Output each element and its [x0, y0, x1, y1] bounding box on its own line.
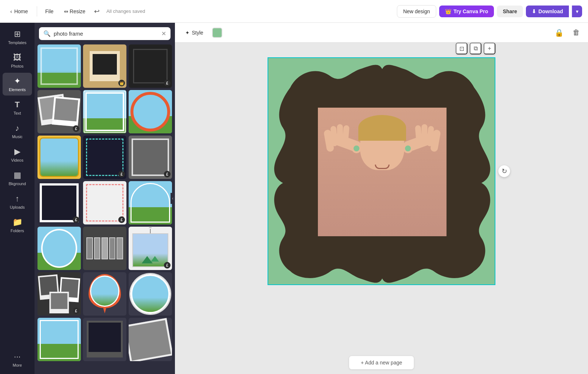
folders-label: Folders: [11, 229, 24, 233]
canvas-scroll[interactable]: ⊡ ⧉ +: [175, 43, 588, 355]
sidebar-item-videos[interactable]: ▶ Videos: [3, 143, 32, 166]
resize-icon: ⇔: [64, 8, 68, 14]
frame-thumbnail: [129, 90, 172, 133]
status-badge: [118, 80, 125, 86]
sidebar-item-background[interactable]: ▦ Bkground: [3, 167, 32, 190]
sidebar-item-text[interactable]: T Text: [3, 96, 32, 119]
more-icon: ···: [14, 352, 21, 362]
list-item[interactable]: [83, 318, 126, 361]
delete-button[interactable]: 🗑: [570, 26, 582, 39]
home-label: Home: [14, 8, 28, 14]
folders-icon: 📁: [12, 217, 22, 227]
add-button[interactable]: +: [484, 43, 495, 54]
download-button[interactable]: ⬇ Download: [526, 6, 569, 17]
list-item[interactable]: ⌒: [129, 227, 172, 270]
list-item[interactable]: [83, 136, 126, 179]
list-item[interactable]: [83, 272, 126, 316]
list-item[interactable]: [129, 181, 172, 224]
duplicate-button[interactable]: ⧉: [470, 43, 481, 54]
list-item[interactable]: [129, 318, 172, 361]
status-badge: [118, 171, 125, 177]
main-body: ⊞ Templates 🖼 Photos ✦ Elements T Text ♪…: [0, 23, 588, 374]
hide-panel-button[interactable]: ‹: [171, 193, 175, 204]
search-bar-container: 🔍 ✕: [35, 23, 175, 43]
frame-thumbnail: [83, 318, 126, 361]
style-icon: ✦: [185, 30, 190, 36]
resize-label: Resize: [70, 8, 86, 14]
lock-button[interactable]: 🔒: [552, 26, 566, 39]
status-badge: [164, 262, 171, 269]
sidebar-item-templates[interactable]: ⊞ Templates: [3, 26, 32, 48]
list-item[interactable]: [83, 90, 126, 133]
share-button[interactable]: Share: [497, 6, 523, 17]
save-status: All changes saved: [106, 8, 145, 14]
frame-thumbnail: [37, 227, 81, 270]
text-label: Text: [14, 111, 21, 115]
videos-label: Videos: [11, 158, 23, 162]
canvas-top-controls: ⊡ ⧉ +: [456, 43, 495, 54]
search-clear-button[interactable]: ✕: [161, 30, 166, 37]
list-item[interactable]: [37, 227, 81, 270]
frame-thumbnail: [129, 181, 172, 224]
videos-icon: ▶: [14, 147, 21, 157]
background-label: Bkground: [8, 181, 26, 186]
resize-button[interactable]: ⇔ Resize: [60, 6, 89, 17]
uploads-icon: ↑: [15, 194, 19, 204]
sidebar-item-more[interactable]: ··· More: [3, 348, 32, 371]
style-button[interactable]: ✦ Style: [181, 28, 208, 38]
status-badge: [164, 171, 171, 177]
canvas-area: ✦ Style 🔒 🗑 ⊡ ⧉ +: [175, 23, 588, 374]
list-item[interactable]: [129, 272, 172, 316]
left-sidebar: ⊞ Templates 🖼 Photos ✦ Elements T Text ♪…: [0, 23, 35, 374]
list-item[interactable]: [37, 272, 81, 316]
list-item[interactable]: [37, 136, 81, 179]
frame-thumbnail: [129, 318, 172, 361]
rotate-button[interactable]: ↻: [498, 165, 510, 177]
canvas-toolbar: ✦ Style 🔒 🗑: [175, 23, 588, 43]
canvas-frame[interactable]: [268, 57, 495, 285]
search-panel: 🔍 ✕: [35, 23, 175, 374]
list-item[interactable]: [83, 181, 126, 224]
list-item[interactable]: [37, 90, 81, 133]
list-item[interactable]: [129, 44, 172, 88]
sidebar-item-music[interactable]: ♪ Music: [3, 120, 32, 143]
list-item[interactable]: [37, 181, 81, 224]
status-badge: [73, 216, 79, 223]
photos-icon: 🖼: [13, 53, 21, 62]
frame-thumbnail: [37, 44, 81, 88]
sidebar-item-photos[interactable]: 🖼 Photos: [3, 49, 32, 72]
status-badge: [73, 125, 79, 132]
search-results-grid: ⌒: [35, 43, 175, 374]
photo-content: [318, 108, 447, 236]
color-swatch[interactable]: [212, 28, 222, 38]
style-label: Style: [192, 30, 203, 36]
file-button[interactable]: File: [42, 6, 57, 17]
list-item[interactable]: [129, 90, 172, 133]
add-page-button[interactable]: + Add a new page: [349, 356, 415, 370]
templates-label: Templates: [8, 40, 26, 45]
frame-thumbnail: [83, 90, 126, 133]
background-icon: ▦: [14, 170, 21, 180]
search-input[interactable]: [54, 30, 158, 37]
sidebar-item-folders[interactable]: 📁 Folders: [3, 214, 32, 237]
list-item[interactable]: [37, 44, 81, 88]
download-chevron-button[interactable]: ▾: [572, 6, 582, 17]
list-item[interactable]: [83, 44, 126, 88]
music-icon: ♪: [15, 123, 19, 133]
music-label: Music: [12, 134, 23, 139]
sidebar-item-uploads[interactable]: ↑ Uploads: [3, 190, 32, 213]
photos-label: Photos: [11, 64, 24, 68]
home-button[interactable]: ‹ Home: [6, 6, 32, 17]
frame-thumbnail: [37, 136, 81, 179]
undo-button[interactable]: ↩: [92, 5, 102, 18]
list-item[interactable]: [37, 318, 81, 361]
search-icon: 🔍: [43, 30, 51, 37]
sidebar-item-elements[interactable]: ✦ Elements: [3, 73, 32, 96]
list-item[interactable]: [83, 227, 126, 270]
crop-button[interactable]: ⊡: [456, 43, 467, 54]
try-canva-pro-button[interactable]: 👑 Try Canva Pro: [439, 6, 494, 17]
status-badge: [73, 308, 79, 314]
new-design-button[interactable]: New design: [397, 5, 436, 18]
list-item[interactable]: [129, 136, 172, 179]
status-badge: [164, 80, 171, 86]
